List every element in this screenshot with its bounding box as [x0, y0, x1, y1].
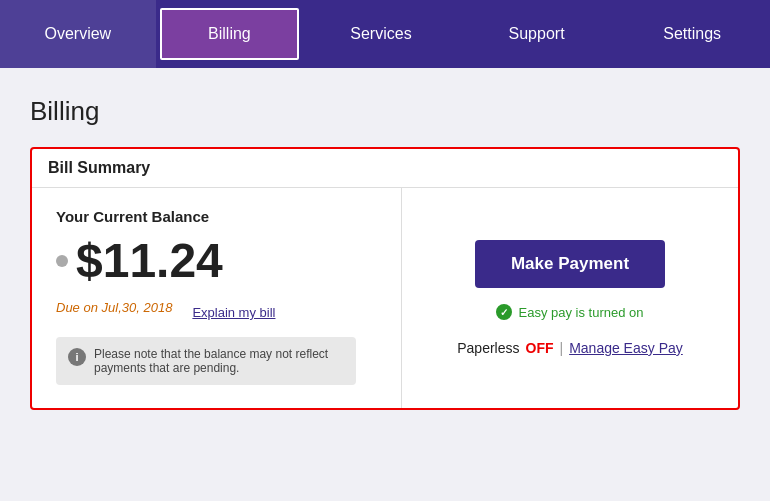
make-payment-button[interactable]: Make Payment [475, 240, 665, 288]
bill-summary-header: Bill Summary [32, 149, 738, 188]
info-icon: i [68, 348, 86, 366]
page-content: Billing Bill Summary Your Current Balanc… [0, 68, 770, 440]
check-circle-icon: ✓ [496, 304, 512, 320]
easy-pay-text: Easy pay is turned on [518, 305, 643, 320]
bill-summary-body: Your Current Balance $11.24 Due on Jul,3… [32, 188, 738, 408]
manage-easy-pay-link[interactable]: Manage Easy Pay [569, 340, 683, 356]
nav-overview[interactable]: Overview [0, 0, 156, 68]
navigation: Overview Billing Services Support Settin… [0, 0, 770, 68]
bill-summary-card: Bill Summary Your Current Balance $11.24… [30, 147, 740, 410]
nav-billing[interactable]: Billing [160, 8, 300, 60]
notice-text: Please note that the balance may not ref… [94, 347, 344, 375]
balance-amount: $11.24 [56, 233, 377, 288]
pipe-separator: | [560, 340, 564, 356]
bill-left-panel: Your Current Balance $11.24 Due on Jul,3… [32, 188, 402, 408]
current-balance-label: Your Current Balance [56, 208, 377, 225]
due-date: Due on Jul,30, 2018 [56, 300, 172, 315]
balance-value: $11.24 [76, 233, 223, 288]
easy-pay-status: ✓ Easy pay is turned on [496, 304, 643, 320]
nav-services[interactable]: Services [303, 0, 459, 68]
paperless-row: Paperless OFF | Manage Easy Pay [457, 340, 683, 356]
notice-box: i Please note that the balance may not r… [56, 337, 356, 385]
due-row: Due on Jul,30, 2018 Explain my bill [56, 300, 377, 325]
nav-support[interactable]: Support [459, 0, 615, 68]
nav-settings[interactable]: Settings [614, 0, 770, 68]
explain-bill-link[interactable]: Explain my bill [192, 305, 275, 320]
page-title: Billing [30, 96, 740, 127]
bill-right-panel: Make Payment ✓ Easy pay is turned on Pap… [402, 188, 738, 408]
paperless-off-link[interactable]: OFF [526, 340, 554, 356]
paperless-label: Paperless [457, 340, 519, 356]
balance-dot-icon [56, 255, 68, 267]
